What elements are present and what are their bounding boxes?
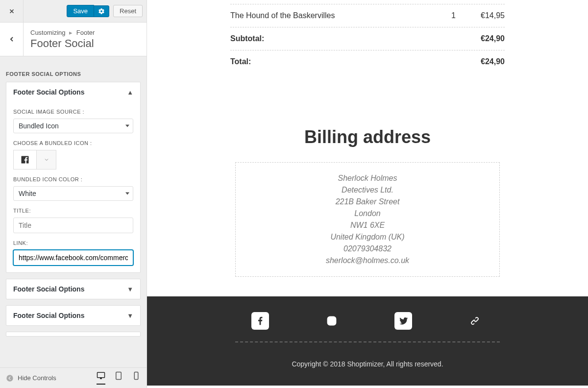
tablet-icon [114, 371, 123, 380]
subtotal-value: €24,90 [456, 34, 505, 43]
billing-line: 221B Baker Street [245, 196, 490, 208]
accordion-header[interactable]: Footer Social Options ▼ [6, 306, 140, 325]
billing-line: London [245, 208, 490, 219]
accordion-social-2: Footer Social Options ▼ [6, 279, 141, 299]
icon-picker-current[interactable] [13, 150, 37, 170]
mobile-icon [132, 371, 141, 380]
accordion-body: SOCIAL IMAGE SOURCE : Bundled Icon CHOOS… [6, 109, 140, 272]
billing-line: 02079304832 [245, 243, 490, 255]
device-mobile[interactable] [132, 371, 141, 385]
accordion-title: Footer Social Options [13, 312, 84, 319]
desktop-icon [97, 371, 105, 380]
label-title: TITLE: [13, 208, 133, 214]
label-bundled-icon: CHOOSE A BUNDLED ICON : [13, 140, 133, 146]
chevron-left-icon [8, 35, 16, 43]
panel-body: FOOTER SOCIAL OPTIONS Footer Social Opti… [0, 56, 147, 367]
facebook-icon [255, 315, 266, 326]
input-title[interactable] [13, 218, 133, 233]
customizer-sidebar: Save Reset Customizing ▸ Footer Footer S… [0, 0, 147, 388]
label-source: SOCIAL IMAGE SOURCE : [13, 109, 133, 115]
breadcrumb-separator: ▸ [69, 29, 73, 36]
site-footer: Copyright © 2018 Shoptimizer, All rights… [147, 296, 588, 386]
select-icon-color[interactable]: White [13, 186, 133, 201]
billing-line: United Kingdom (UK) [245, 231, 490, 243]
panel-title: Footer Social [30, 37, 95, 50]
footer-social-link[interactable] [466, 312, 484, 330]
subtotal-row: Subtotal: €24,90 [230, 27, 505, 50]
twitter-icon [398, 315, 409, 326]
collapse-icon [6, 374, 14, 382]
chevron-up-icon: ▲ [127, 89, 133, 96]
label-color: BUNDLED ICON COLOR : [13, 176, 133, 182]
sidebar-top-bar: Save Reset [0, 0, 147, 23]
product-qty: 1 [407, 11, 456, 20]
chevron-down-icon [44, 157, 49, 163]
settings-button[interactable] [94, 5, 109, 17]
order-summary-table: The Hound of the Baskervilles 1 €14,95 S… [230, 4, 505, 73]
gear-icon [98, 8, 105, 15]
section-heading: FOOTER SOCIAL OPTIONS [6, 71, 141, 77]
billing-line: Detectives Ltd. [245, 184, 490, 196]
reset-button[interactable]: Reset [113, 5, 143, 17]
product-price: €14,95 [456, 11, 505, 20]
breadcrumb-section: Customizing ▸ Footer Footer Social [0, 23, 147, 56]
select-social-source[interactable]: Bundled Icon [13, 119, 133, 133]
device-desktop[interactable] [97, 371, 105, 385]
billing-line: Sherlock Holmes [245, 172, 490, 184]
table-row: The Hound of the Baskervilles 1 €14,95 [230, 4, 505, 27]
svg-point-6 [330, 319, 333, 322]
total-label: Total: [230, 57, 456, 66]
hide-controls-label: Hide Controls [18, 374, 56, 382]
svg-point-7 [334, 318, 335, 319]
svg-rect-3 [134, 372, 138, 380]
close-icon [8, 8, 15, 15]
footer-social-instagram[interactable] [323, 312, 341, 330]
back-button[interactable] [0, 23, 24, 56]
breadcrumb-root: Customizing [30, 29, 66, 36]
billing-line: NW1 6XE [245, 219, 490, 231]
icon-picker-dropdown[interactable] [37, 150, 56, 170]
footer-social-facebook[interactable] [251, 312, 269, 330]
device-tablet[interactable] [114, 371, 123, 385]
instagram-icon [326, 315, 337, 326]
footer-social-twitter[interactable] [394, 312, 412, 330]
billing-line: sherlock@holmes.co.uk [245, 255, 490, 267]
accordion-title: Footer Social Options [13, 88, 84, 96]
footer-social-icons [147, 296, 588, 341]
hide-controls-button[interactable]: Hide Controls [6, 374, 56, 382]
total-row: Total: €24,90 [230, 50, 505, 73]
preview-pane: The Hound of the Baskervilles 1 €14,95 S… [147, 0, 588, 388]
facebook-icon [20, 155, 30, 165]
accordion-social-1: Footer Social Options ▲ SOCIAL IMAGE SOU… [6, 82, 141, 273]
label-link: LINK: [13, 240, 133, 246]
accordion-social-3: Footer Social Options ▼ [6, 305, 141, 326]
product-name: The Hound of the Baskervilles [230, 11, 407, 20]
accordion-header[interactable]: Footer Social Options ▲ [6, 82, 140, 102]
chevron-down-icon: ▼ [127, 312, 133, 319]
device-switcher [97, 371, 141, 385]
chevron-down-icon: ▼ [127, 286, 133, 293]
billing-heading: Billing address [147, 127, 588, 147]
bottom-bar: Hide Controls [0, 367, 147, 388]
top-actions: Save Reset [24, 5, 147, 17]
total-value: €24,90 [456, 57, 505, 66]
link-icon [469, 315, 480, 326]
icon-picker [13, 150, 133, 170]
input-link[interactable] [13, 250, 133, 266]
accordion-header[interactable]: Footer Social Options ▼ [6, 279, 140, 299]
subtotal-label: Subtotal: [230, 34, 456, 43]
svg-rect-1 [116, 372, 122, 380]
billing-address-box: Sherlock Holmes Detectives Ltd. 221B Bak… [235, 162, 500, 277]
breadcrumb: Customizing ▸ Footer Footer Social [24, 24, 101, 55]
breadcrumb-parent[interactable]: Footer [76, 29, 95, 36]
save-button[interactable]: Save [67, 5, 94, 17]
close-button[interactable] [0, 0, 24, 23]
svg-point-0 [6, 375, 13, 381]
accordion-social-4 [6, 332, 141, 337]
footer-copyright: Copyright © 2018 Shoptimizer, All rights… [147, 342, 588, 386]
accordion-title: Footer Social Options [13, 285, 84, 293]
